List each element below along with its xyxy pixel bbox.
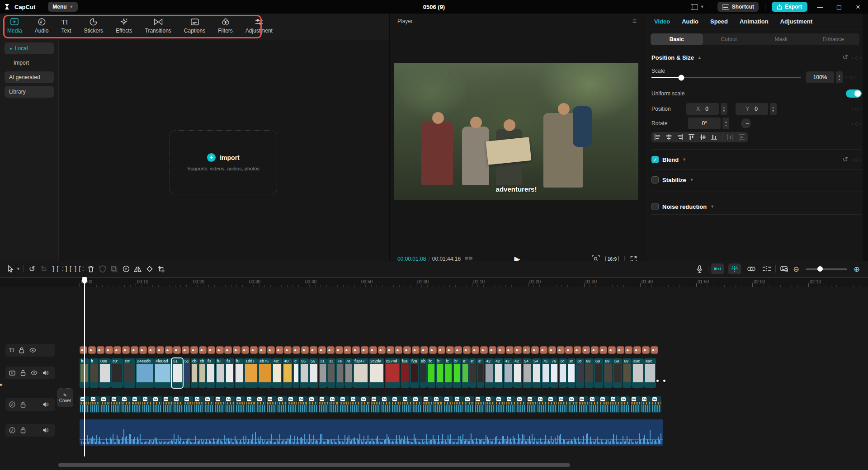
audio-clip[interactable]: Aa: [308, 396, 318, 413]
audio-clip[interactable]: Aa: [288, 396, 297, 413]
position-x-field[interactable]: X0: [686, 103, 719, 115]
text-clip[interactable]: A: [352, 346, 360, 354]
export-button[interactable]: Export: [772, 2, 807, 12]
text-clip[interactable]: A: [591, 346, 599, 354]
text-clip[interactable]: A: [276, 346, 283, 354]
import-dropzone[interactable]: + Import Supports: videos, audios, photo…: [170, 130, 277, 194]
text-clip[interactable]: A: [369, 346, 377, 354]
video-clip[interactable]: b:: [453, 358, 461, 388]
video-clip[interactable]: eb75: [258, 358, 272, 388]
video-clip[interactable]: c0': [123, 358, 135, 388]
text-clip[interactable]: A: [633, 346, 641, 354]
redo-button[interactable]: ↻: [38, 263, 50, 275]
text-clip[interactable]: A: [574, 346, 581, 354]
keyframe-controls[interactable]: ‹ ◇ ›: [846, 74, 856, 80]
preview-axis-toggle[interactable]: [728, 263, 741, 274]
video-clip[interactable]: 69: [604, 358, 613, 388]
timeline-zoom-slider[interactable]: [806, 268, 847, 270]
menu-button[interactable]: Menu▼: [48, 2, 78, 12]
subtab-mask[interactable]: Mask: [755, 33, 807, 45]
video-clip[interactable]: 4fe8ad: [154, 358, 171, 388]
text-clip[interactable]: A: [148, 346, 156, 354]
video-clip[interactable]: 42: [485, 358, 494, 388]
inspector-scrollbar[interactable]: [863, 14, 868, 261]
text-clip[interactable]: A: [420, 346, 428, 354]
audio-clip[interactable]: Aa: [423, 396, 433, 413]
audio-clip[interactable]: Aa: [392, 396, 401, 413]
delete-button[interactable]: [85, 263, 97, 275]
audio-clip[interactable]: Aa: [610, 396, 620, 413]
text-clip[interactable]: A: [395, 346, 402, 354]
audio-clip[interactable]: Aa: [142, 396, 152, 413]
video-clip[interactable]: b:: [427, 358, 435, 388]
text-clip[interactable]: A: [557, 346, 565, 354]
lock-icon[interactable]: [19, 347, 24, 353]
audio-clip[interactable]: Aa: [558, 396, 568, 413]
video-clip[interactable]: b:: [436, 358, 444, 388]
video-clip[interactable]: 54: [532, 358, 541, 388]
video-clip[interactable]: 54: [523, 358, 532, 388]
text-clip[interactable]: A: [122, 346, 130, 354]
video-clip[interactable]: 40:: [272, 358, 282, 388]
maximize-button[interactable]: ▢: [833, 4, 845, 10]
text-clip[interactable]: A: [463, 346, 471, 354]
text-clip[interactable]: A: [88, 346, 96, 354]
text-clip[interactable]: A: [250, 346, 258, 354]
lock-icon[interactable]: [20, 401, 26, 408]
layout-switch-button[interactable]: ▼: [691, 4, 704, 10]
tab-effects[interactable]: Effects: [115, 16, 133, 35]
text-clip[interactable]: A: [199, 346, 207, 354]
video-clip[interactable]: 55: [300, 358, 309, 388]
chevron-down-icon[interactable]: ▼: [710, 204, 714, 209]
lock-icon[interactable]: [20, 370, 26, 376]
tab-audio[interactable]: Audio: [34, 16, 50, 35]
video-clip[interactable]: 31: [319, 358, 327, 388]
distribute-horizontal-icon[interactable]: [727, 134, 734, 141]
player-menu-icon[interactable]: ≡: [632, 17, 637, 25]
text-clip[interactable]: A: [454, 346, 462, 354]
subtab-basic[interactable]: Basic: [651, 33, 703, 45]
text-clip[interactable]: A: [412, 346, 420, 354]
video-clip[interactable]: 42: [504, 358, 513, 388]
text-clip[interactable]: A: [139, 346, 147, 354]
video-clip[interactable]: e': [477, 358, 484, 388]
text-clip[interactable]: A: [259, 346, 266, 354]
audio-clip[interactable]: Aa: [495, 396, 505, 413]
text-clip[interactable]: A: [335, 346, 343, 354]
text-clip[interactable]: A: [182, 346, 189, 354]
video-clip[interactable]: 3c: [567, 358, 576, 388]
audio-clip[interactable]: Aa: [599, 396, 609, 413]
audio-clip[interactable]: Aa: [464, 396, 474, 413]
collapse-icon[interactable]: ▲: [698, 55, 702, 60]
text-clip[interactable]: A: [446, 346, 454, 354]
text-clip[interactable]: A: [208, 346, 215, 354]
blend-checkbox[interactable]: ✓: [651, 156, 659, 163]
audio-clip[interactable]: Aa: [204, 396, 214, 413]
text-clip[interactable]: A: [378, 346, 386, 354]
speaker-icon[interactable]: [42, 370, 49, 376]
video-clip[interactable]: f0: [225, 358, 234, 388]
audio-clip[interactable]: Aa: [225, 396, 235, 413]
text-clip[interactable]: A: [216, 346, 224, 354]
text-clip[interactable]: A: [472, 346, 479, 354]
video-clip[interactable]: e': [469, 358, 476, 388]
video-clip[interactable]: f2a: [401, 358, 410, 388]
text-clip[interactable]: A: [548, 346, 556, 354]
text-clip[interactable]: A: [617, 346, 624, 354]
video-clip[interactable]: 51: [183, 358, 190, 388]
text-clip[interactable]: A: [267, 346, 275, 354]
inspector-tab-video[interactable]: Video: [654, 18, 670, 25]
video-clip[interactable]: e9c: [644, 358, 656, 388]
undo-button[interactable]: ↺: [26, 263, 38, 275]
split-button[interactable]: ][: [50, 263, 61, 275]
text-clip[interactable]: A: [80, 346, 87, 354]
audio-clip[interactable]: Aa: [651, 396, 661, 413]
text-clip[interactable]: A: [429, 346, 437, 354]
scale-slider[interactable]: [651, 77, 801, 78]
audio-clip[interactable]: Aa: [402, 396, 412, 413]
video-clip[interactable]: 1dd7: [244, 358, 258, 388]
keyframe-dot[interactable]: [656, 379, 660, 383]
tab-text[interactable]: TIText: [60, 16, 72, 35]
minimize-button[interactable]: —: [814, 4, 826, 10]
video-clip[interactable]: 24e8db: [136, 358, 154, 388]
